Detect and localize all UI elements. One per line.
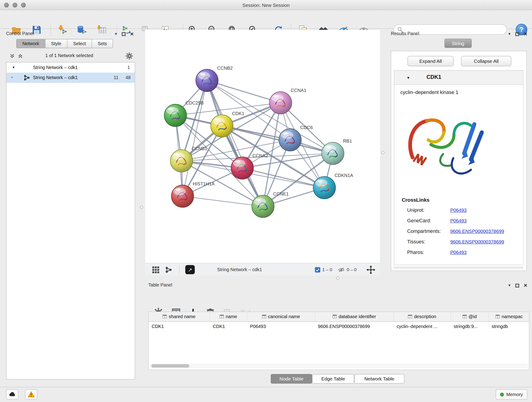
crosslink-row: GeneCard: P06493 xyxy=(394,216,523,227)
control-panel-title: Control Panel xyxy=(6,31,34,36)
table-hscrollbar-thumb[interactable] xyxy=(151,364,189,368)
tab-network[interactable]: Network xyxy=(16,39,45,48)
column-header-database-identifier[interactable]: database identifier xyxy=(315,312,394,321)
panel-close-icon[interactable]: × xyxy=(524,32,527,36)
network-collection-label: String Network – cdk1 xyxy=(33,65,78,70)
crosslink-link[interactable]: 9606.ENSP00000378699 xyxy=(450,229,504,234)
selected-counter: 1 – 0 xyxy=(322,267,332,272)
node-description: cyclin–dependent kinase 1 xyxy=(400,89,458,95)
panel-close-icon[interactable]: × xyxy=(524,283,527,288)
crosslink-link[interactable]: P06493 xyxy=(450,207,467,213)
grid-view-icon[interactable] xyxy=(152,266,159,274)
tab-style[interactable]: Style xyxy=(45,39,67,48)
network-collection-row[interactable]: ▼ String Network – cdk1 1 xyxy=(6,62,135,72)
network-edge[interactable] xyxy=(183,80,207,196)
selected-checkbox-icon[interactable] xyxy=(315,267,320,273)
network-node-ccna1[interactable]: CCNA1 xyxy=(269,88,306,114)
node-label: CDC25B xyxy=(186,100,204,105)
network-edge[interactable] xyxy=(222,126,333,153)
pan-mode-icon[interactable] xyxy=(366,265,375,274)
node-label: CCNA2 xyxy=(253,153,268,158)
network-canvas[interactable]: CCNB2CCNA1CDC25BCDK1CDC6RB1CCNB1CCNA2CDK… xyxy=(145,30,380,263)
memory-button[interactable]: Memory xyxy=(496,389,527,400)
crosslink-link[interactable]: P06493 xyxy=(450,218,467,223)
column-header-shared-name[interactable]: shared name xyxy=(149,312,210,321)
column-header-canonical-name[interactable]: canonical name xyxy=(247,312,315,321)
tab-sets[interactable]: Sets xyxy=(92,39,113,48)
detach-view-button[interactable]: ↗ xyxy=(185,265,195,274)
network-edge[interactable] xyxy=(183,196,263,206)
node-detail-header[interactable]: ▼ CDK1 xyxy=(394,70,523,85)
network-node-rb1[interactable]: RB1 xyxy=(322,138,352,165)
tab-select[interactable]: Select xyxy=(67,39,92,48)
cell-id[interactable]: stringdb:9... xyxy=(451,321,489,331)
column-icon xyxy=(220,314,224,319)
cloud-status-button[interactable] xyxy=(6,389,18,400)
application-window: Session: New Session xyxy=(0,0,532,402)
tab-node-table[interactable]: Node Table xyxy=(271,374,312,383)
column-header-namespace[interactable]: namespac xyxy=(488,312,529,321)
bottom-splitter-handle[interactable] xyxy=(336,277,339,280)
results-hscrollbar[interactable] xyxy=(393,267,524,269)
string-network-icon xyxy=(23,74,30,81)
panel-close-icon[interactable]: × xyxy=(130,32,134,36)
window-title: Session: New Session xyxy=(0,0,532,10)
tab-network-table[interactable]: Network Table xyxy=(354,374,404,383)
collapse-caret-icon[interactable]: ▼ xyxy=(406,76,410,80)
network-node-cdkn1a[interactable]: CDKN1A xyxy=(313,173,353,199)
network-node-ccnb2[interactable]: CCNB2 xyxy=(196,65,233,92)
status-bar: Memory xyxy=(0,387,532,402)
cell-canonical-name[interactable]: P06493 xyxy=(247,321,315,331)
crosslink-link[interactable]: P06493 xyxy=(450,249,467,255)
tab-string[interactable]: String xyxy=(444,39,472,48)
panel-maximize-icon[interactable] xyxy=(515,32,519,36)
panel-float-icon[interactable]: ▼ xyxy=(114,32,118,36)
left-splitter-handle[interactable] xyxy=(140,206,143,209)
panel-float-icon[interactable]: ▼ xyxy=(508,284,511,287)
column-header-name[interactable]: name xyxy=(210,312,247,321)
right-splitter-handle[interactable] xyxy=(381,151,385,154)
table-panel: Table Panel ▼ × xyxy=(145,280,529,387)
cloud-icon xyxy=(8,391,16,398)
network-node-hist1h1a[interactable]: HIST1H1A xyxy=(171,181,215,207)
crosslink-link[interactable]: 9606.ENSP00000378699 xyxy=(450,239,504,245)
network-node-ccnb1[interactable]: CCNB1 xyxy=(170,146,207,172)
table-toolbar: f(x) xyxy=(145,292,529,310)
protein-structure-image xyxy=(402,103,494,193)
title-bar: Session: New Session xyxy=(0,0,532,10)
panel-float-icon[interactable]: ▼ xyxy=(508,32,511,36)
hidden-eye-icon[interactable] xyxy=(338,266,345,273)
node-label: CCNE1 xyxy=(273,191,289,196)
tree-expand-icon[interactable]: ▼ xyxy=(12,65,15,69)
network-edge[interactable] xyxy=(207,80,263,206)
table-row[interactable]: CDK1 CDK1 P06493 9606.ENSP00000378699 cy… xyxy=(149,321,530,331)
panel-maximize-icon[interactable] xyxy=(515,283,519,287)
node-label: RB1 xyxy=(343,138,352,143)
cell-namespace[interactable]: stringdb xyxy=(488,321,529,331)
node-label: CCNA1 xyxy=(291,88,306,93)
cell-shared-name[interactable]: CDK1 xyxy=(149,321,210,331)
external-arrow-icon: ↗ xyxy=(188,267,192,273)
toolbar-separator xyxy=(179,265,179,274)
hidden-count-group: 0 – 0 xyxy=(338,263,356,276)
collapse-all-button[interactable]: Collapse All xyxy=(461,56,511,66)
cell-name[interactable]: CDK1 xyxy=(210,321,247,331)
column-header-description[interactable]: description xyxy=(394,312,451,321)
column-header-id[interactable]: @id xyxy=(451,312,489,321)
column-icon xyxy=(408,314,412,319)
expand-all-button[interactable]: Expand All xyxy=(408,56,454,66)
string-view-icon[interactable] xyxy=(165,266,172,274)
crosslink-label: Tissues: xyxy=(407,239,425,245)
memory-label: Memory xyxy=(506,392,523,397)
gear-icon[interactable] xyxy=(126,52,133,60)
network-row[interactable]: ● String Network – cdk1 11 48 xyxy=(6,73,135,83)
network-tree: ▼ String Network – cdk1 1 ● String Netwo… xyxy=(6,62,135,380)
cell-database-identifier[interactable]: 9606.ENSP00000378699 xyxy=(315,321,394,331)
tab-edge-table[interactable]: Edge Table xyxy=(312,374,354,383)
network-node-cdk1[interactable]: CDK1 xyxy=(211,111,244,137)
network-label: String Network – cdk1 xyxy=(33,75,78,80)
panel-maximize-icon[interactable] xyxy=(122,32,126,36)
network-edge[interactable] xyxy=(207,80,280,103)
warning-status-button[interactable] xyxy=(25,389,37,400)
cell-description[interactable]: cyclin–dependent ... xyxy=(394,321,451,331)
